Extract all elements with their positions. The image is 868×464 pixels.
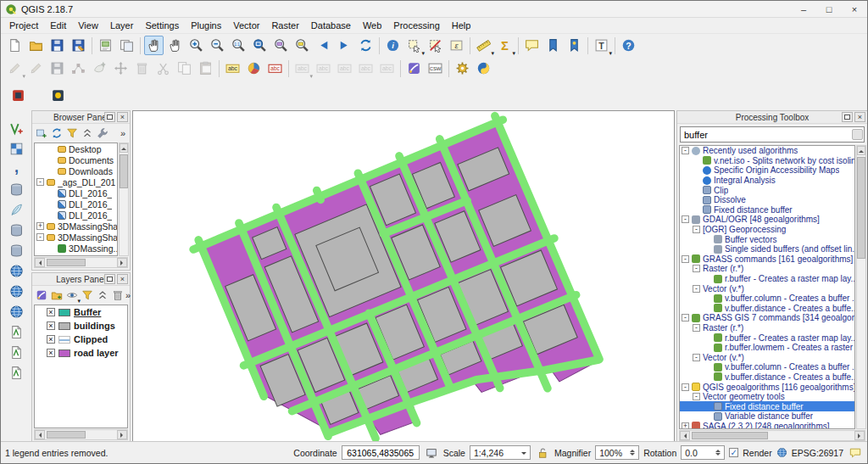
browser-float-button[interactable]	[104, 112, 115, 122]
expander-icon[interactable]: -	[36, 178, 44, 186]
menu-edit[interactable]: Edit	[44, 19, 72, 32]
layers-float-button[interactable]	[104, 274, 115, 284]
tree-group-item[interactable]: -Vector geometry tools	[680, 392, 854, 402]
menu-view[interactable]: View	[72, 19, 104, 32]
help-button[interactable]	[619, 36, 638, 55]
browser-item[interactable]: -_ags_DLI_201	[35, 176, 117, 187]
add-group-button[interactable]	[49, 288, 64, 303]
plugin-gear-tool-button[interactable]	[453, 59, 472, 78]
pan-to-selection-button[interactable]	[165, 36, 185, 55]
new-shapefile-layer-button[interactable]	[7, 322, 26, 342]
new-composer-button[interactable]	[96, 36, 115, 55]
change-label-button[interactable]	[377, 59, 397, 78]
zoom-to-layer-button[interactable]	[271, 36, 291, 55]
spinner-arrows[interactable]	[715, 449, 721, 456]
zoom-in-button[interactable]	[186, 36, 206, 55]
select-by-expression-button[interactable]	[447, 36, 466, 55]
expander-icon[interactable]: -	[36, 233, 44, 241]
plugin-tool-b-button[interactable]	[48, 86, 68, 105]
expander-icon[interactable]: -	[682, 147, 689, 154]
expander-icon[interactable]: -	[693, 285, 700, 293]
text-annotation-button[interactable]: ▾	[592, 36, 611, 55]
add-mssql-layer-button[interactable]	[7, 221, 26, 240]
browser-horizontal-scrollbar[interactable]	[34, 257, 128, 268]
filter-legend-button[interactable]	[80, 288, 95, 303]
save-edits-button[interactable]	[47, 59, 67, 78]
browser-item[interactable]: Downloads	[35, 165, 117, 176]
browser-item[interactable]: DLI_2016_	[35, 210, 117, 221]
add-delimited-text-layer-button[interactable]	[7, 159, 26, 179]
algorithm-item[interactable]: Buffer vectors	[680, 234, 854, 244]
tree-group-item[interactable]: -Vector (v.*)	[680, 283, 854, 293]
manage-map-themes-button[interactable]: ▾	[64, 288, 80, 303]
properties-widget-button[interactable]	[95, 126, 110, 141]
expander-icon[interactable]: -	[693, 393, 700, 400]
menu-layer[interactable]: Layer	[104, 19, 140, 32]
search-options-icon[interactable]	[852, 129, 863, 140]
processing-vertical-scrollbar[interactable]	[856, 145, 866, 429]
browser-item[interactable]: Documents	[35, 154, 117, 165]
close-button[interactable]: ×	[842, 1, 867, 17]
tree-group-item[interactable]: +SAGA (2.3.2) [248 geoalgorithms]	[680, 422, 854, 429]
browser-item[interactable]: DLI_2016_	[35, 187, 117, 198]
layer-item[interactable]: ×road layer	[35, 346, 127, 360]
zoom-next-button[interactable]	[335, 36, 354, 55]
move-label-button[interactable]	[335, 59, 354, 78]
toolbox-search-input[interactable]	[680, 126, 865, 143]
filter-browser-button[interactable]	[64, 126, 80, 141]
browser-vertical-scrollbar[interactable]	[119, 143, 129, 256]
layer-visibility-checkbox[interactable]: ×	[47, 308, 55, 316]
menu-project[interactable]: Project	[3, 19, 44, 32]
expander-icon[interactable]: -	[682, 383, 689, 391]
composer-manager-button[interactable]	[117, 36, 136, 55]
add-spatialite-layer-button[interactable]	[7, 200, 26, 220]
layer-styling-button[interactable]	[404, 59, 424, 78]
cut-features-button[interactable]	[153, 59, 173, 78]
collapse-all-button[interactable]	[80, 126, 95, 141]
copy-features-button[interactable]	[175, 59, 194, 78]
map-canvas[interactable]	[132, 110, 675, 443]
save-project-as-button[interactable]	[69, 36, 88, 55]
layer-item[interactable]: ×Buffer	[35, 305, 127, 319]
metasearch-csw-button[interactable]	[426, 59, 445, 78]
layer-diagrams-button[interactable]	[244, 59, 264, 78]
labeling-options-button[interactable]	[265, 59, 285, 78]
algorithm-item[interactable]: Fixed distance buffer	[680, 401, 854, 411]
menu-raster[interactable]: Raster	[265, 19, 304, 32]
save-project-button[interactable]	[47, 36, 67, 55]
algorithm-item[interactable]: r.buffer - Creates a raster map lay...	[680, 333, 854, 343]
open-project-button[interactable]	[26, 36, 46, 55]
remove-layer-button[interactable]	[110, 288, 125, 303]
add-raster-layer-button[interactable]	[7, 139, 26, 159]
minimize-button[interactable]: –	[791, 1, 816, 17]
expander-icon[interactable]: -	[682, 255, 689, 263]
pin-labels-button[interactable]: ▾	[292, 59, 312, 78]
statistical-summary-button[interactable]: ▾	[495, 36, 515, 55]
coordinate-input[interactable]	[342, 445, 420, 460]
scale-combobox[interactable]: 1:4,246	[470, 445, 531, 460]
algorithm-item[interactable]: Fixed distance buffer	[680, 205, 854, 215]
render-checkbox[interactable]: ✓	[729, 448, 738, 457]
expander-icon[interactable]: -	[682, 215, 689, 223]
tree-group-item[interactable]: -Recently used algorithms	[680, 146, 854, 156]
select-features-button[interactable]: ▾	[404, 36, 424, 55]
algorithm-item[interactable]: v.buffer.distance - Creates a buffe...	[680, 304, 854, 314]
paste-features-button[interactable]	[196, 59, 215, 78]
zoom-last-button[interactable]	[314, 36, 333, 55]
spinner-arrows[interactable]	[630, 449, 635, 456]
tree-group-item[interactable]: -GRASS GIS 7 commands [314 geoalgorithms…	[680, 313, 854, 323]
new-bookmark-button[interactable]	[543, 36, 563, 55]
zoom-to-selection-button[interactable]	[292, 36, 312, 55]
algorithm-item[interactable]: v.buffer.column - Creates a buffer ...	[680, 362, 854, 372]
measure-button[interactable]: ▾	[474, 36, 493, 55]
refresh-browser-button[interactable]	[49, 126, 64, 141]
add-selected-layers-button[interactable]	[34, 126, 49, 141]
magnifier-spinner[interactable]: 100%	[595, 445, 639, 460]
tree-group-item[interactable]: -Vector (v.*)	[680, 352, 854, 362]
tree-group-item[interactable]: -[OGR] Geoprocessing	[680, 225, 854, 235]
add-wms-layer-button[interactable]	[7, 261, 26, 281]
algorithm-item[interactable]: r.buffer.lowmem - Creates a raster ...	[680, 343, 854, 353]
menu-settings[interactable]: Settings	[139, 19, 185, 32]
rotation-spinner[interactable]: 0.0	[681, 445, 725, 460]
processing-close-button[interactable]: ×	[854, 112, 865, 122]
